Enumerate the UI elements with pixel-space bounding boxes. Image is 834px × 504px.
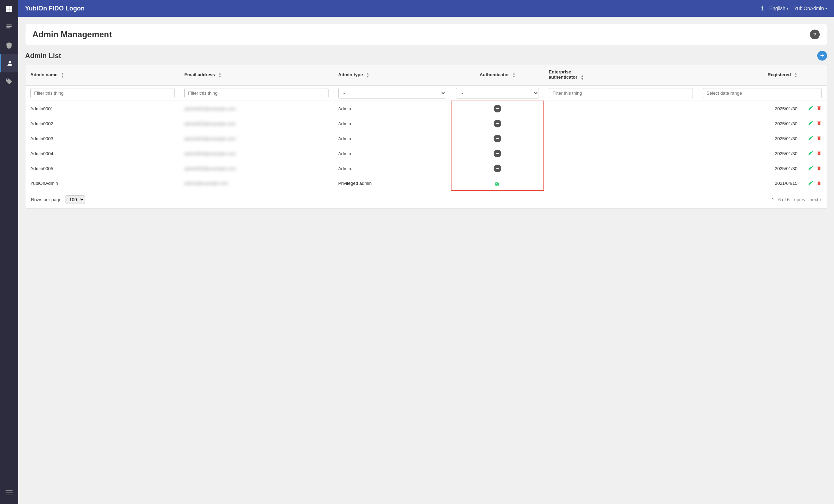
sidebar-collapse-button[interactable] — [0, 486, 18, 500]
table-row: Admin0005admin005@example.comAdmin−2025/… — [25, 161, 827, 176]
delete-button[interactable] — [816, 105, 822, 112]
prev-button[interactable]: ‹ prev — [794, 197, 805, 202]
sort-admin-name[interactable]: ▲▼ — [61, 72, 64, 78]
sort-email[interactable]: ▲▼ — [218, 72, 222, 78]
sidebar-item-reports[interactable] — [0, 18, 18, 36]
filter-authenticator-cell: - Key Minus — [451, 85, 544, 101]
delete-button[interactable] — [816, 135, 822, 142]
add-admin-button[interactable]: + — [817, 51, 827, 61]
cell-enterprise-auth — [544, 131, 698, 146]
cell-email: admin002@example.com — [179, 116, 333, 131]
edit-button[interactable] — [808, 180, 813, 187]
rows-per-page-select[interactable]: 100 50 25 — [65, 195, 85, 204]
cell-admin-name: Admin0004 — [25, 146, 179, 161]
section-header: Admin List + — [25, 51, 827, 61]
svg-point-7 — [8, 61, 11, 63]
sort-registered[interactable]: ▲▼ — [794, 72, 797, 78]
language-selector[interactable]: English — [769, 6, 788, 11]
cell-registered: 2025/01/30 — [698, 161, 802, 176]
action-icons — [807, 120, 822, 127]
col-registered-label: Registered — [767, 72, 791, 77]
cell-registered: 2021/04/15 — [698, 176, 802, 191]
help-button[interactable]: ? — [810, 30, 820, 39]
sidebar-item-dashboard[interactable] — [0, 0, 18, 18]
col-enterprise-auth[interactable]: Enterpriseauthenticator ▲▼ — [544, 65, 698, 85]
edit-button[interactable] — [808, 135, 813, 142]
edit-button[interactable] — [808, 150, 813, 157]
cell-admin-name: Admin0003 — [25, 131, 179, 146]
top-navigation: YubiOn FIDO Logon ℹ English YubiOnAdmin — [18, 0, 834, 17]
next-label: next — [810, 197, 818, 202]
svg-rect-5 — [7, 26, 12, 27]
cell-authenticator: − — [451, 116, 544, 131]
filter-registered-cell — [698, 85, 827, 101]
prev-chevron-icon: ‹ — [794, 197, 795, 202]
info-icon[interactable]: ℹ — [761, 5, 764, 12]
edit-button[interactable] — [808, 120, 813, 127]
cell-enterprise-auth — [544, 101, 698, 116]
col-authenticator-label: Authenticator — [480, 72, 509, 77]
app-title: YubiOn FIDO Logon — [25, 5, 761, 12]
svg-rect-0 — [6, 6, 9, 9]
topnav-right: ℹ English YubiOnAdmin — [761, 5, 827, 12]
col-email[interactable]: Email address ▲▼ — [179, 65, 333, 85]
next-button[interactable]: next › — [810, 197, 821, 202]
cell-registered: 2025/01/30 — [698, 116, 802, 131]
cell-email: admin@example.com — [179, 176, 333, 191]
cell-admin-type: Admin — [333, 146, 451, 161]
delete-button[interactable] — [816, 180, 822, 187]
prev-label: prev — [797, 197, 805, 202]
col-authenticator[interactable]: Authenticator ▲▼ — [451, 65, 544, 85]
user-menu[interactable]: YubiOnAdmin — [794, 6, 827, 11]
col-enterprise-auth-label: Enterpriseauthenticator — [549, 69, 577, 80]
sidebar-item-shield[interactable] — [0, 36, 18, 54]
col-admin-type[interactable]: Admin type ▲▼ — [333, 65, 451, 85]
cell-admin-type: Admin — [333, 131, 451, 146]
edit-button[interactable] — [808, 105, 813, 112]
authenticator-minus-icon: − — [494, 120, 501, 127]
sidebar-item-tags[interactable] — [0, 72, 18, 90]
cell-registered: 2025/01/30 — [698, 131, 802, 146]
delete-button[interactable] — [816, 165, 822, 172]
filter-enterprise-auth-input[interactable] — [549, 88, 693, 98]
filter-enterprise-auth-cell — [544, 85, 698, 101]
filter-admin-name-cell — [25, 85, 179, 101]
sort-enterprise-auth[interactable]: ▲▼ — [581, 74, 584, 81]
page-info: 1 - 6 of 6 — [772, 197, 789, 202]
delete-button[interactable] — [816, 120, 822, 127]
action-icons — [807, 180, 822, 187]
next-chevron-icon: › — [820, 197, 821, 202]
action-icons — [807, 135, 822, 142]
filter-admin-type-select[interactable]: - Admin Privileged admin — [338, 88, 447, 99]
table-body: Admin0001admin001@example.comAdmin−2025/… — [25, 101, 827, 190]
cell-enterprise-auth — [544, 176, 698, 191]
svg-rect-6 — [7, 27, 10, 29]
cell-actions — [802, 116, 827, 131]
filter-email-input[interactable] — [184, 88, 329, 98]
edit-button[interactable] — [808, 165, 813, 172]
action-icons — [807, 105, 822, 112]
cell-actions — [802, 101, 827, 116]
pagination-row: Rows per page: 100 50 25 1 - 6 of 6 ‹ pr… — [25, 191, 827, 208]
sort-admin-type[interactable]: ▲▼ — [366, 72, 369, 78]
col-actions — [802, 65, 827, 85]
main-wrapper: YubiOn FIDO Logon ℹ English YubiOnAdmin … — [18, 0, 834, 504]
filter-row: - Admin Privileged admin - Key Minus — [25, 85, 827, 101]
svg-rect-3 — [9, 9, 12, 12]
sort-authenticator[interactable]: ▲▼ — [512, 72, 516, 78]
filter-authenticator-select[interactable]: - Key Minus — [456, 88, 539, 99]
cell-actions — [802, 146, 827, 161]
filter-date-range-input[interactable] — [703, 88, 822, 98]
filter-admin-name-input[interactable] — [30, 88, 175, 98]
col-registered[interactable]: Registered ▲▼ — [698, 65, 802, 85]
cell-admin-type: Privileged admin — [333, 176, 451, 191]
delete-button[interactable] — [816, 150, 822, 157]
col-admin-name[interactable]: Admin name ▲▼ — [25, 65, 179, 85]
cell-admin-type: Admin — [333, 161, 451, 176]
rows-per-page-label: Rows per page: — [31, 197, 63, 202]
content-area: Admin Management ? Admin List + Admin na… — [18, 17, 834, 504]
cell-enterprise-auth — [544, 116, 698, 131]
sidebar-item-users[interactable] — [0, 54, 18, 72]
cell-enterprise-auth — [544, 161, 698, 176]
svg-rect-2 — [6, 9, 9, 12]
